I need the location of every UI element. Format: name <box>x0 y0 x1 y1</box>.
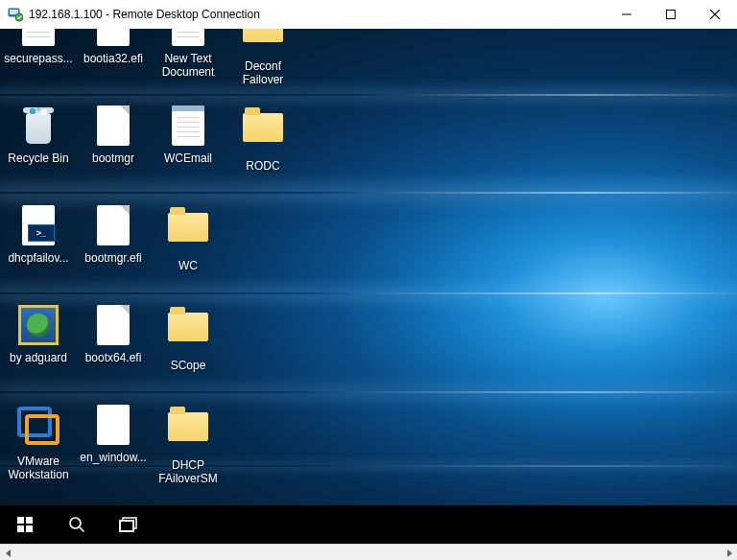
text-file-icon <box>167 105 209 148</box>
desktop-icon-adguard[interactable]: by adguard <box>2 305 75 364</box>
powershell-file-icon: >_ <box>17 205 59 247</box>
desktop-icon-label: bootmgr <box>77 152 150 165</box>
file-icon <box>92 29 134 48</box>
folder-icon <box>167 213 209 255</box>
vmware-icon <box>17 408 59 451</box>
file-icon <box>92 305 134 347</box>
desktop-icon-wc[interactable]: WC <box>152 205 225 272</box>
desktop-icon-wcemail[interactable]: WCEmail <box>152 105 225 165</box>
folder-icon <box>167 412 209 455</box>
close-button[interactable] <box>693 0 737 29</box>
horizontal-scrollbar[interactable] <box>0 544 737 560</box>
desktop-icon-enwindow[interactable]: en_window... <box>77 405 150 464</box>
svg-marker-16 <box>6 549 11 557</box>
desktop-icon-label: WC <box>152 259 225 272</box>
desktop-icon-securepass[interactable]: securepass... <box>2 29 75 65</box>
desktop-icon-bootx64[interactable]: bootx64.efi <box>77 305 150 364</box>
desktop-icon-label: bootia32.efi <box>77 52 150 65</box>
desktop-icon-scope[interactable]: SCope <box>152 305 225 372</box>
file-icon <box>92 105 134 148</box>
minimize-button[interactable] <box>605 0 649 29</box>
desktop-icon-newtext[interactable]: New Text Document <box>152 29 225 79</box>
desktop-icon-label: New Text Document <box>152 52 225 79</box>
desktop-icon-label: DHCP FAiloverSM <box>152 458 225 485</box>
desktop-icon-bootmgrefi[interactable]: bootmgr.efi <box>77 205 150 265</box>
svg-rect-10 <box>26 525 33 532</box>
desktop-icon-label: SCope <box>152 359 225 372</box>
desktop-icon-label: Deconf Failover <box>226 59 299 86</box>
desktop-icon-bootia32[interactable]: bootia32.efi <box>77 29 150 65</box>
folder-icon <box>167 313 209 355</box>
file-icon <box>92 205 134 247</box>
window-titlebar: 192.168.1.100 - Remote Desktop Connectio… <box>0 0 737 29</box>
remote-desktop: securepass...bootia32.efiNew Text Docume… <box>0 29 737 544</box>
recycle-bin-icon <box>17 105 59 148</box>
desktop-icon-dhcpfailov[interactable]: >_dhcpfailov... <box>2 205 75 265</box>
desktop-icon-dhcpfosm[interactable]: DHCP FAiloverSM <box>152 405 225 485</box>
desktop-icon-label: VMware Workstation <box>2 455 75 481</box>
svg-rect-9 <box>17 525 24 532</box>
desktop-icon-label: securepass... <box>2 52 75 65</box>
svg-rect-14 <box>120 521 133 531</box>
folder-icon <box>242 113 284 155</box>
svg-point-11 <box>70 518 81 528</box>
svg-rect-8 <box>26 517 33 524</box>
svg-marker-17 <box>727 549 732 557</box>
rdp-app-icon <box>8 7 23 22</box>
desktop-icon-bootmgr[interactable]: bootmgr <box>77 105 150 165</box>
desktop-icon-rodc[interactable]: RODC <box>226 105 299 173</box>
scroll-left-arrow[interactable] <box>0 545 16 560</box>
taskbar <box>0 505 737 544</box>
desktop-icon-label: en_window... <box>77 451 150 464</box>
maximize-button[interactable] <box>649 0 693 29</box>
folder-icon <box>242 29 284 56</box>
desktop-icon-label: bootx64.efi <box>77 351 150 364</box>
svg-line-12 <box>80 527 84 532</box>
svg-rect-7 <box>17 517 24 524</box>
desktop-icon-label: dhcpfailov... <box>2 251 75 265</box>
search-button[interactable] <box>54 505 100 544</box>
window-title: 192.168.1.100 - Remote Desktop Connectio… <box>29 8 260 21</box>
desktop-icon-label: RODC <box>226 159 299 173</box>
desktop-icon-recycle[interactable]: Recycle Bin <box>2 105 75 165</box>
desktop-icon-deconf[interactable]: Deconf Failover <box>226 29 299 86</box>
globe-shortcut-icon <box>17 305 59 347</box>
text-file-icon <box>167 29 209 48</box>
scroll-right-arrow[interactable] <box>721 545 737 560</box>
svg-point-2 <box>15 13 23 21</box>
desktop-icon-vmware[interactable]: VMware Workstation <box>2 405 75 481</box>
desktop-icon-label: by adguard <box>2 351 75 364</box>
desktop-icon-label: bootmgr.efi <box>77 251 150 265</box>
desktop-icon-grid: securepass...bootia32.efiNew Text Docume… <box>0 29 737 505</box>
desktop-icon-label: WCEmail <box>152 152 225 165</box>
disc-image-icon <box>92 405 134 447</box>
task-view-button[interactable] <box>106 505 152 544</box>
desktop-icon-label: Recycle Bin <box>2 152 75 165</box>
start-button[interactable] <box>2 505 48 544</box>
svg-rect-4 <box>667 11 676 19</box>
text-file-icon <box>17 29 59 48</box>
